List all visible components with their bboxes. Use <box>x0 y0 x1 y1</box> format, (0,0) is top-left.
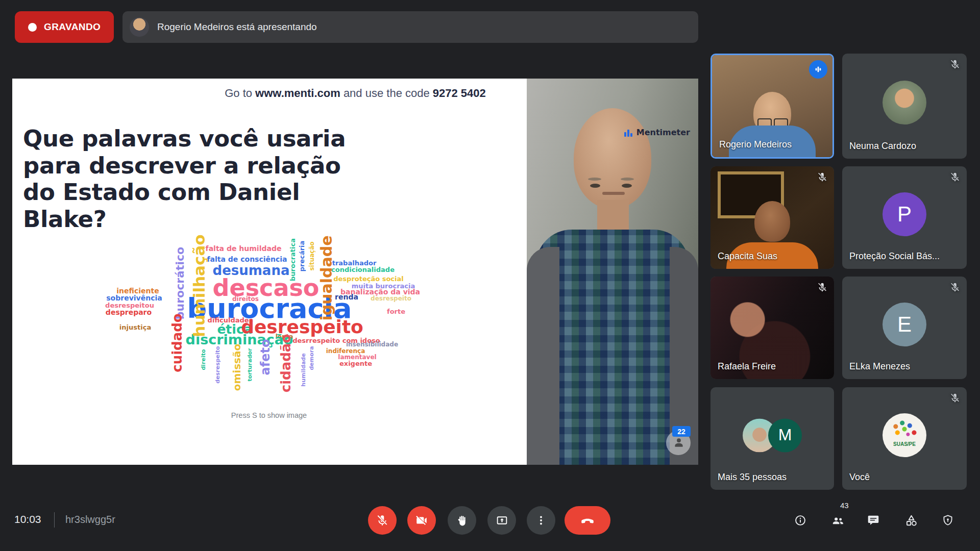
avatar: E <box>883 303 926 346</box>
participant-name: Neuma Cardozo <box>849 141 916 152</box>
photo-detail <box>588 178 601 181</box>
video-tile-capacita-suas[interactable]: Capacita Suas <box>710 166 834 269</box>
photo-detail <box>602 192 625 195</box>
video-tile-elka-menezes[interactable]: E ELka Menezes <box>842 277 967 379</box>
activities-button[interactable] <box>900 509 922 532</box>
respondents-person-icon <box>672 436 685 449</box>
mic-off-icon <box>949 59 961 70</box>
wordcloud-word: humildade <box>300 353 307 386</box>
stacked-avatars: M <box>743 418 802 452</box>
audio-activity-indicator <box>809 60 827 79</box>
people-icon <box>831 514 845 528</box>
more-vertical-icon <box>535 514 547 527</box>
mentimeter-logo-icon <box>624 128 633 137</box>
wordcloud-word: precária <box>298 241 306 272</box>
raise-hand-button[interactable] <box>448 506 476 535</box>
photo-detail <box>597 200 629 232</box>
wordcloud-word: torturador <box>247 348 253 381</box>
wordcloud-word: burocratica <box>289 238 297 281</box>
host-controls-button[interactable] <box>937 509 959 532</box>
wordcloud-word: falta de consciência <box>207 255 287 263</box>
avatar: SUAS/PE <box>883 413 926 457</box>
wordcloud-word: desrespeito <box>214 346 221 383</box>
recording-dot-icon <box>28 23 37 32</box>
mic-off-icon <box>949 392 961 404</box>
mic-off-icon <box>817 171 828 183</box>
camera-toggle-button[interactable] <box>407 506 436 535</box>
video-tile-rogerio-medeiros[interactable]: Rogerio Medeiros <box>710 54 834 159</box>
photo-detail <box>527 247 559 465</box>
participant-name: Rafaela Freire <box>718 361 776 372</box>
participant-name: Você <box>849 472 870 483</box>
wordcloud-word: falta de humildade <box>206 244 282 253</box>
photo-detail <box>590 184 600 188</box>
avatar: M <box>768 418 802 452</box>
participant-name: Mais 35 pessoas <box>718 472 787 483</box>
mic-toggle-button[interactable] <box>368 506 397 535</box>
wordcloud-word: renda <box>335 293 358 301</box>
activities-shapes-icon <box>904 514 918 528</box>
meeting-details-button[interactable] <box>789 509 812 532</box>
divider <box>54 512 55 528</box>
avatar <box>883 81 926 124</box>
instruction-prefix: Go to <box>225 87 255 99</box>
chat-button[interactable] <box>862 509 885 532</box>
instruction-domain: www.menti.com <box>255 87 340 99</box>
mic-off-icon <box>376 514 389 527</box>
hand-icon <box>456 514 469 527</box>
recording-label: GRAVANDO <box>44 21 101 33</box>
slide-question-title: Que palavras você usaria para descrever … <box>23 126 375 233</box>
tile-more-participants[interactable]: M Mais 35 pessoas <box>710 387 834 490</box>
participant-name: Proteção Social Bás... <box>849 251 940 262</box>
shield-lock-icon <box>941 514 954 527</box>
photo-detail <box>621 178 634 181</box>
wordcloud-word: forte <box>387 308 405 315</box>
wordcloud-word: cuidado <box>169 313 185 372</box>
instruction-mid: and use the code <box>340 87 433 99</box>
wordcloud-word: despreparo <box>106 308 152 316</box>
avatar-logo-text: SUAS/PE <box>883 441 926 447</box>
wordcloud-word: igualdade <box>317 235 335 320</box>
participant-name: Rogerio Medeiros <box>719 139 792 150</box>
mic-off-icon <box>817 282 828 293</box>
mic-off-icon <box>949 171 961 183</box>
participant-name: ELka Menezes <box>849 361 910 372</box>
call-end-icon <box>580 513 595 528</box>
recording-badge: GRAVANDO <box>15 11 114 43</box>
video-tile-rafaela-freire[interactable]: Rafaela Freire <box>710 277 834 379</box>
video-tile-you[interactable]: SUAS/PE Você <box>842 387 967 490</box>
present-screen-button[interactable] <box>487 506 516 535</box>
mentimeter-logo: Mentimeter <box>624 128 690 137</box>
camera-off-icon <box>415 514 428 527</box>
respondents-count-badge: 22 <box>672 426 691 437</box>
instruction-code: 9272 5402 <box>433 87 486 99</box>
video-tile-protecao-social[interactable]: P Proteção Social Bás... <box>842 166 967 269</box>
wordcloud-word: exigente <box>339 360 372 367</box>
wordcloud-word: desproteção social <box>333 275 404 283</box>
clock: 10:03 <box>14 513 41 525</box>
wordcloud-word: demora <box>308 346 315 370</box>
wordcloud-word: desrespeito <box>371 295 411 302</box>
photo-detail <box>622 184 632 188</box>
more-options-button[interactable] <box>527 506 555 535</box>
mic-off-icon <box>949 282 961 293</box>
info-icon <box>794 514 807 527</box>
daniel-blake-photo: Mentimeter 22 <box>527 79 698 465</box>
wordcloud-word: omissão <box>231 344 243 391</box>
presenting-banner: Rogerio Medeiros está apresentando <box>122 11 698 43</box>
presentation-slide[interactable]: Go to www.menti.com and use the code 927… <box>12 79 698 465</box>
video-tile-neuma-cardozo[interactable]: Neuma Cardozo <box>842 54 967 159</box>
chat-icon <box>867 514 880 527</box>
participants-button[interactable] <box>826 509 849 532</box>
wordcloud-word: humilhação <box>190 234 208 337</box>
wordcloud-word: injustiça <box>119 323 151 331</box>
wordcloud-word: direito <box>200 349 207 370</box>
press-s-hint: Press S to show image <box>218 411 320 419</box>
presenting-text: Rogerio Medeiros está apresentando <box>157 21 317 33</box>
wordcloud-word: situação <box>308 241 315 270</box>
wordcloud-word: burocrático <box>174 247 186 319</box>
leave-call-button[interactable] <box>565 506 610 535</box>
participant-name: Capacita Suas <box>718 251 777 262</box>
participants-count-badge: 43 <box>840 501 849 510</box>
wordcloud-word: afeto <box>258 339 273 375</box>
